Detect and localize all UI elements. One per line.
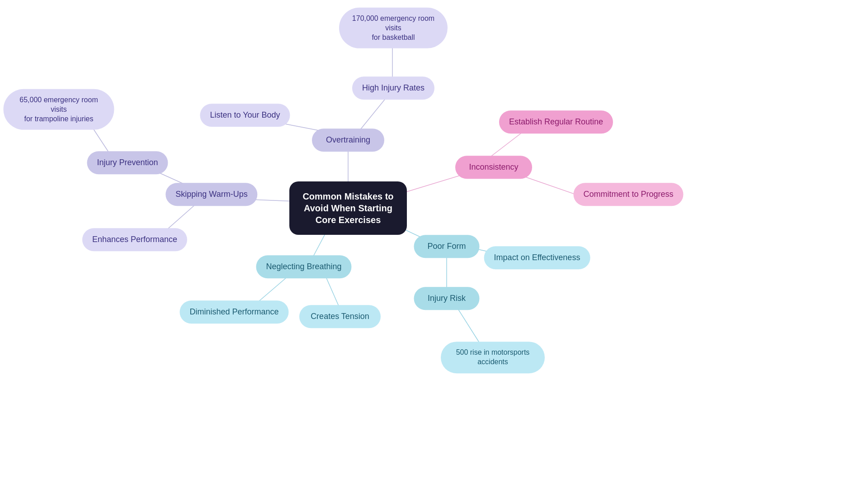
inconsistency-label: Inconsistency (469, 162, 518, 172)
creates-tension-node: Creates Tension (299, 305, 381, 328)
emergency-basketball-label: 170,000 emergency room visitsfor basketb… (349, 14, 438, 42)
poor-form-node: Poor Form (414, 235, 480, 258)
high-injury-rates-node: High Injury Rates (352, 76, 434, 100)
high-injury-rates-label: High Injury Rates (362, 83, 425, 93)
center-label: Common Mistakes to Avoid When Starting C… (302, 190, 394, 226)
injury-prevention-label: Injury Prevention (97, 157, 158, 168)
poor-form-label: Poor Form (427, 241, 466, 252)
establish-routine-node: Establish Regular Routine (499, 110, 613, 133)
injury-prevention-node: Injury Prevention (87, 151, 168, 174)
svg-line-17 (457, 307, 480, 344)
inconsistency-node: Inconsistency (455, 156, 532, 179)
enhances-performance-node: Enhances Performance (82, 228, 187, 251)
center-node: Common Mistakes to Avoid When Starting C… (289, 181, 407, 235)
emergency-trampoline-label: 65,000 emergency room visitsfor trampoli… (14, 95, 104, 124)
listen-body-label: Listen to Your Body (210, 110, 280, 120)
emergency-trampoline-node: 65,000 emergency room visitsfor trampoli… (4, 89, 114, 130)
svg-line-12 (326, 276, 339, 307)
impact-effectiveness-label: Impact on Effectiveness (494, 252, 580, 263)
overtraining-label: Overtraining (326, 135, 370, 145)
enhances-performance-label: Enhances Performance (92, 234, 177, 245)
diminished-performance-label: Diminished Performance (189, 307, 278, 317)
injury-risk-label: Injury Risk (428, 293, 466, 304)
commitment-progress-label: Commitment to Progress (583, 189, 673, 200)
skipping-warmups-node: Skipping Warm-Ups (165, 183, 257, 206)
injury-risk-node: Injury Risk (414, 287, 480, 310)
diminished-performance-node: Diminished Performance (179, 300, 288, 323)
motorsports-accidents-node: 500 rise in motorsportsaccidents (441, 342, 545, 373)
neglecting-breathing-node: Neglecting Breathing (256, 255, 351, 278)
svg-line-13 (258, 275, 289, 302)
svg-line-1 (357, 97, 387, 133)
establish-routine-label: Establish Regular Routine (509, 117, 603, 127)
emergency-basketball-node: 170,000 emergency room visitsfor basketb… (339, 8, 448, 48)
overtraining-node: Overtraining (312, 128, 384, 152)
listen-body-node: Listen to Your Body (200, 104, 290, 127)
commitment-progress-node: Commitment to Progress (573, 183, 683, 206)
creates-tension-label: Creates Tension (311, 311, 369, 322)
skipping-warmups-label: Skipping Warm-Ups (175, 189, 247, 200)
impact-effectiveness-node: Impact on Effectiveness (484, 246, 590, 269)
neglecting-breathing-label: Neglecting Breathing (266, 262, 341, 272)
motorsports-accidents-label: 500 rise in motorsportsaccidents (456, 348, 530, 367)
